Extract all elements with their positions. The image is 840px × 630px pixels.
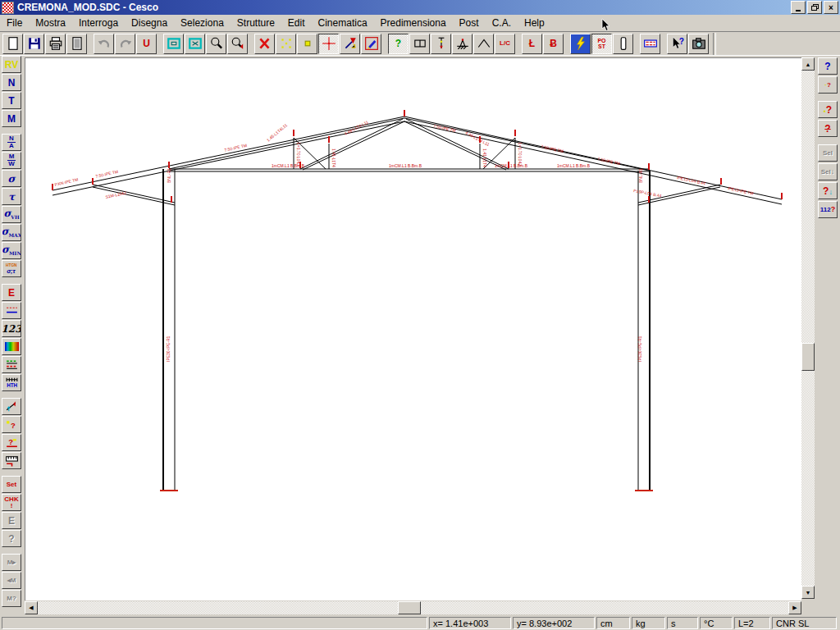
check-button[interactable]: CHK!	[2, 494, 21, 511]
query-down-button[interactable]: ?↓	[818, 182, 838, 199]
zoom-in-button[interactable]	[206, 34, 226, 54]
moment-query-button[interactable]: M?	[2, 590, 21, 607]
restore-button[interactable]	[807, 1, 822, 14]
menu-seleziona[interactable]: Seleziona	[174, 16, 231, 30]
load-l-button[interactable]: Ł	[522, 34, 542, 54]
redo-button[interactable]	[115, 34, 135, 54]
scale-112-button[interactable]: 112?	[818, 201, 838, 218]
snapshot-button[interactable]	[688, 34, 709, 54]
load-b-button[interactable]: Ƀ	[543, 34, 564, 54]
print-button[interactable]	[45, 34, 66, 54]
m-over-w-button[interactable]: MW	[2, 152, 21, 169]
minimize-button[interactable]	[791, 1, 806, 14]
node-query-button[interactable]: ?	[2, 416, 21, 433]
line-style-button[interactable]	[2, 302, 21, 319]
moment-next-button[interactable]: M▸	[2, 554, 21, 571]
sigma-min-button[interactable]: σMIN	[2, 242, 21, 259]
sigma-tau-button[interactable]: HTGNσ;τ	[2, 260, 21, 277]
member-query-button[interactable]: ?	[2, 434, 21, 451]
scroll-left-button[interactable]: ◀	[25, 601, 38, 614]
member-colors-button[interactable]	[2, 356, 21, 373]
help-blue-button[interactable]: ?	[818, 57, 838, 75]
unit-length-text: cm	[600, 619, 613, 628]
context-help-button[interactable]: ?	[667, 34, 687, 54]
menu-strutture[interactable]: Strutture	[231, 16, 281, 30]
menu-cinematica[interactable]: Cinematica	[312, 16, 374, 30]
print-preview-button[interactable]	[66, 34, 87, 54]
results-table-button[interactable]	[640, 34, 660, 54]
menu-interroga[interactable]: Interroga	[72, 16, 125, 30]
dimension-lines-button[interactable]: HTH	[2, 374, 21, 391]
new-file-button[interactable]	[2, 34, 23, 54]
main-toolbar: U?L/CŁɃPOST?	[0, 32, 840, 56]
select-down-button[interactable]: Sel↓	[818, 163, 838, 180]
points-icon	[279, 36, 294, 51]
zoom-dynamic-button[interactable]	[227, 34, 248, 54]
undo-button[interactable]	[94, 34, 114, 54]
menu-edit[interactable]: Edit	[281, 16, 312, 30]
reactions-button[interactable]: RV	[2, 56, 21, 73]
load-case-button[interactable]: L/C	[495, 34, 515, 54]
sigma-vh-button[interactable]: σVH	[2, 206, 21, 223]
close-button[interactable]: ×	[824, 1, 838, 14]
query-down-label: ?↓	[823, 186, 833, 196]
axial-force-button[interactable]: N	[2, 74, 21, 91]
tau-button[interactable]: τ	[2, 188, 21, 205]
numbering-button[interactable]: 123	[2, 320, 21, 337]
post-processing-button[interactable]: POST	[591, 34, 612, 54]
node-square-button[interactable]	[297, 34, 317, 54]
scroll-up-button[interactable]: ▲	[801, 57, 815, 71]
measure-tool-button[interactable]	[2, 452, 21, 469]
x-coordinate-text: x= 1.41e+003	[433, 619, 488, 628]
bending-moment-button[interactable]: M	[2, 110, 21, 127]
show-nodes-button[interactable]	[276, 34, 296, 54]
scroll-right-button[interactable]: ▶	[788, 601, 801, 614]
sigma-max-button[interactable]: σMAX	[2, 224, 21, 241]
menu-mostra[interactable]: Mostra	[29, 16, 72, 30]
select-button[interactable]: Sel	[818, 144, 838, 162]
horizontal-scrollbar[interactable]: ◀ ▶	[25, 601, 801, 614]
menu-ca[interactable]: C.A.	[486, 16, 518, 30]
drawing-canvas[interactable]: P.KN-IPE TM7.50-IPE TMS1M-L104J7.50-IPE …	[25, 57, 801, 600]
menu-disegna[interactable]: Disegna	[125, 16, 174, 30]
run-analysis-button[interactable]	[570, 34, 591, 54]
vertical-scroll-thumb[interactable]	[801, 343, 815, 371]
zoom-extents-button[interactable]	[185, 34, 205, 54]
delete-button[interactable]	[254, 34, 275, 54]
scroll-down-button[interactable]: ▼	[801, 586, 815, 599]
color-scale-button[interactable]	[2, 338, 21, 355]
settings-button[interactable]: Set	[2, 476, 21, 493]
moment-prev-button[interactable]: ◂M	[2, 572, 21, 589]
zoom-window-button[interactable]	[163, 34, 184, 54]
shear-force-button[interactable]: T	[2, 92, 21, 109]
camera-icon	[692, 36, 706, 51]
query-node-button[interactable]: ▪?	[818, 101, 838, 118]
query-strike-button[interactable]: ?	[818, 120, 838, 137]
sigma-button[interactable]: σ	[2, 170, 21, 187]
beam-properties-button[interactable]	[409, 34, 430, 54]
menu-help[interactable]: Help	[518, 16, 551, 30]
snap-crosshair-button[interactable]	[318, 34, 339, 54]
roof-shape-button[interactable]	[473, 34, 494, 54]
elastic-modulus-button[interactable]: E	[2, 284, 21, 301]
query-mode-button[interactable]: ?	[388, 34, 409, 54]
supports-button[interactable]	[452, 34, 472, 54]
help-tool-button[interactable]: ?	[2, 530, 21, 547]
node-tool-button[interactable]	[2, 398, 21, 415]
menu-post[interactable]: Post	[453, 16, 486, 30]
menu-predimensiona[interactable]: Predimensiona	[374, 16, 453, 30]
e-tool-button[interactable]: E	[2, 512, 21, 529]
column-view-button[interactable]	[613, 34, 633, 54]
undo-all-button[interactable]: U	[136, 34, 157, 54]
query-dotted-button[interactable]: ·?	[818, 76, 838, 94]
menu-file[interactable]: File	[0, 16, 29, 30]
edit-geometry-button[interactable]	[361, 34, 381, 54]
save-file-button[interactable]	[24, 34, 44, 54]
vertical-scrollbar[interactable]: ▲ ▼	[801, 57, 815, 599]
n-over-a-button[interactable]: NA	[2, 134, 21, 151]
horizontal-scroll-thumb[interactable]	[398, 601, 421, 614]
move-node-button[interactable]	[340, 34, 360, 54]
node-properties-button[interactable]	[431, 34, 451, 54]
arrow-up-icon: ▲	[806, 62, 811, 67]
svg-text:?: ?	[10, 421, 15, 430]
